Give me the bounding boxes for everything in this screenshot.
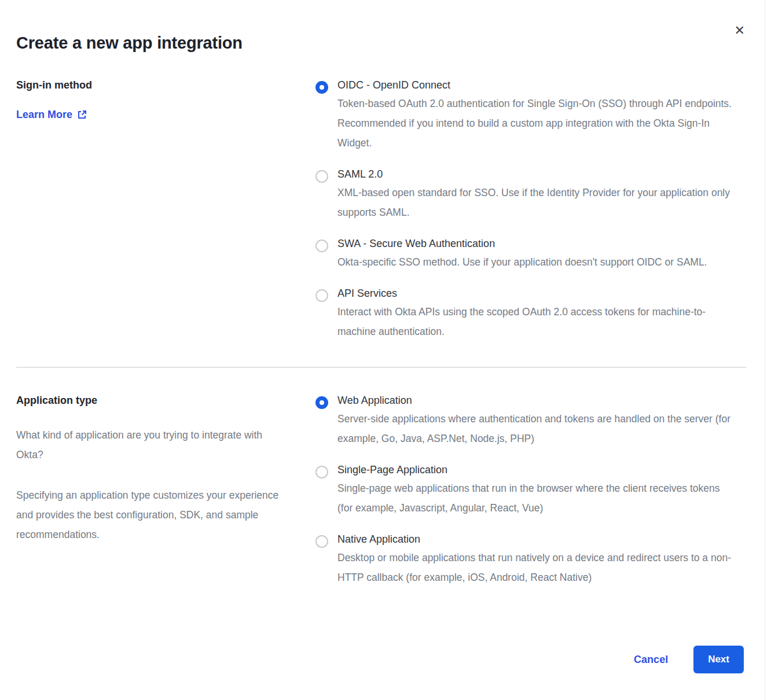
apptype-option-native[interactable]: Native Application Desktop or mobile app… (315, 533, 737, 587)
radio-icon[interactable] (315, 535, 328, 548)
option-label: API Services (337, 288, 737, 300)
radio-icon[interactable] (315, 240, 328, 252)
section-divider (16, 367, 746, 368)
application-type-options: Web Application Server-side applications… (315, 395, 755, 587)
option-description: Okta-specific SSO method. Use if your ap… (337, 252, 707, 272)
close-icon[interactable]: ✕ (732, 22, 747, 39)
signin-method-section: Sign-in method Learn More OIDC - OpenID … (16, 79, 765, 341)
option-label: Native Application (337, 533, 737, 546)
radio-icon[interactable] (315, 170, 328, 183)
option-label: Web Application (337, 395, 737, 407)
option-description: Server-side applications where authentic… (337, 409, 737, 448)
learn-more-label: Learn More (16, 109, 72, 121)
option-description: XML-based open standard for SSO. Use if … (337, 183, 737, 222)
application-type-question: What kind of application are you trying … (16, 425, 288, 465)
signin-option-swa[interactable]: SWA - Secure Web Authentication Okta-spe… (315, 238, 737, 272)
application-type-left-column: Application type What kind of applicatio… (16, 395, 315, 587)
apptype-option-spa[interactable]: Single-Page Application Single-page web … (315, 464, 737, 518)
option-description: Single-page web applications that run in… (337, 478, 737, 518)
application-type-explanation: Specifying an application type customize… (16, 485, 288, 544)
signin-method-label: Sign-in method (16, 79, 315, 91)
option-label: SWA - Secure Web Authentication (337, 238, 707, 250)
learn-more-link[interactable]: Learn More (16, 109, 87, 121)
application-type-label: Application type (16, 395, 315, 407)
external-link-icon (77, 110, 87, 120)
signin-method-options: OIDC - OpenID Connect Token-based OAuth … (315, 79, 755, 341)
option-text: SWA - Secure Web Authentication Okta-spe… (337, 238, 707, 272)
option-text: SAML 2.0 XML-based open standard for SSO… (337, 168, 737, 222)
next-button[interactable]: Next (693, 646, 744, 673)
option-label: OIDC - OpenID Connect (337, 79, 737, 91)
option-text: OIDC - OpenID Connect Token-based OAuth … (337, 79, 737, 153)
option-description: Token-based OAuth 2.0 authentication for… (337, 94, 737, 153)
application-type-section: Application type What kind of applicatio… (16, 395, 765, 587)
option-description: Desktop or mobile applications that run … (337, 548, 737, 587)
apptype-option-web[interactable]: Web Application Server-side applications… (315, 395, 737, 448)
option-label: Single-Page Application (337, 464, 737, 476)
option-text: API Services Interact with Okta APIs usi… (337, 288, 737, 341)
radio-icon[interactable] (315, 466, 328, 478)
signin-option-saml[interactable]: SAML 2.0 XML-based open standard for SSO… (315, 168, 737, 222)
signin-option-api-services[interactable]: API Services Interact with Okta APIs usi… (315, 288, 737, 341)
option-text: Web Application Server-side applications… (337, 395, 737, 448)
option-label: SAML 2.0 (337, 168, 737, 180)
cancel-button[interactable]: Cancel (634, 654, 668, 666)
dialog-footer: Cancel Next (634, 646, 744, 673)
option-text: Native Application Desktop or mobile app… (337, 533, 737, 587)
radio-icon[interactable] (315, 289, 328, 302)
create-app-integration-dialog: ✕ Create a new app integration Sign-in m… (0, 0, 765, 700)
option-description: Interact with Okta APIs using the scoped… (337, 302, 737, 341)
option-text: Single-Page Application Single-page web … (337, 464, 737, 518)
radio-selected-icon[interactable] (315, 81, 328, 94)
page-title: Create a new app integration (16, 34, 765, 53)
radio-selected-icon[interactable] (315, 396, 328, 409)
signin-method-left-column: Sign-in method Learn More (16, 79, 315, 341)
signin-option-oidc[interactable]: OIDC - OpenID Connect Token-based OAuth … (315, 79, 737, 153)
